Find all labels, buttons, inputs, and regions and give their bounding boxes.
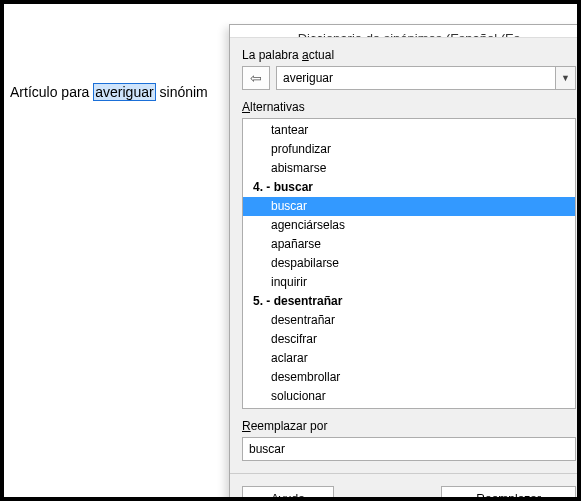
button-bar: Ayuda Reemplazar — [230, 473, 581, 501]
alternative-item[interactable]: agenciárselas — [243, 216, 575, 235]
replace-button[interactable]: Reemplazar — [441, 486, 576, 501]
alternative-item[interactable]: aclarar — [243, 349, 575, 368]
chevron-down-icon: ▼ — [561, 73, 570, 83]
dialog-title: Diccionario de sinónimos (Español (Es — [230, 25, 581, 38]
alternative-group[interactable]: 4. - buscar — [243, 178, 575, 197]
back-arrow-icon: ⇦ — [250, 70, 262, 86]
alternative-item[interactable]: solucionar — [243, 387, 575, 406]
replace-input[interactable] — [242, 437, 576, 461]
alternative-item[interactable]: descifrar — [243, 330, 575, 349]
alternative-group[interactable]: 5. - desentrañar — [243, 292, 575, 311]
alternative-item[interactable]: desembrollar — [243, 368, 575, 387]
document-text: Artículo para averiguar sinónim — [10, 84, 208, 100]
thesaurus-dialog: Diccionario de sinónimos (Español (Es La… — [229, 24, 581, 501]
alternative-item[interactable]: abismarse — [243, 159, 575, 178]
alternatives-label: Alternativas — [242, 100, 576, 114]
current-word-row: ⇦ ▼ — [242, 66, 576, 90]
back-button[interactable]: ⇦ — [242, 66, 270, 90]
alternative-item[interactable]: profundizar — [243, 140, 575, 159]
replace-label: Reemplazar por — [242, 419, 576, 433]
alternative-item[interactable]: despabilarse — [243, 254, 575, 273]
help-button[interactable]: Ayuda — [242, 486, 334, 501]
dropdown-arrow[interactable]: ▼ — [555, 67, 575, 89]
current-word-label: La palabra actual — [242, 48, 576, 62]
alternative-item[interactable]: buscar — [243, 197, 575, 216]
doc-text-after: sinónim — [156, 84, 208, 100]
dialog-body: La palabra actual ⇦ ▼ Alternativas tante… — [230, 38, 581, 473]
alternative-item[interactable]: tantear — [243, 121, 575, 140]
alternative-item[interactable]: inquirir — [243, 273, 575, 292]
current-word-input[interactable] — [277, 67, 555, 89]
alternatives-list[interactable]: tantearprofundizarabismarse4. - buscarbu… — [242, 118, 576, 409]
alternative-item[interactable]: apañarse — [243, 235, 575, 254]
doc-text-before: Artículo para — [10, 84, 93, 100]
current-word-combo[interactable]: ▼ — [276, 66, 576, 90]
alternative-item[interactable]: desentrañar — [243, 311, 575, 330]
selected-word[interactable]: averiguar — [93, 83, 155, 101]
